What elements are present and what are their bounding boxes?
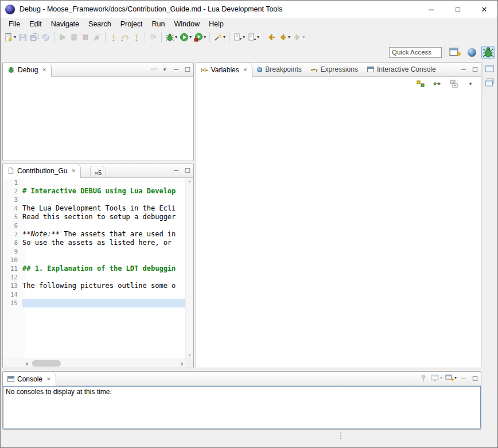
debug-minimize-button[interactable]: ─ xyxy=(170,63,182,76)
editor-line-5[interactable]: 5Read this section to setup a debugger xyxy=(3,213,185,221)
tab-label: Expressions xyxy=(321,65,358,73)
next-annotation-button[interactable]: ▾ xyxy=(232,31,246,44)
editor-line-3[interactable]: 3 xyxy=(3,196,185,204)
tab-variables[interactable]: (x)= Variables ✕ xyxy=(196,63,252,77)
horizontal-scroll-thumb[interactable] xyxy=(32,360,61,367)
forward-button[interactable]: ▾ xyxy=(291,31,306,44)
tab-contribution-guide[interactable]: Contribution_Gu ✕ xyxy=(3,163,81,178)
tab-interactive-console[interactable]: Interactive Console xyxy=(363,63,441,76)
debug-maximize-button[interactable]: ☐ xyxy=(182,63,193,76)
editor-vertical-scrollbar[interactable]: ▲ ▼ xyxy=(185,178,193,359)
menu-run[interactable]: Run xyxy=(147,19,170,29)
close-tab-icon[interactable]: ✕ xyxy=(71,168,76,174)
open-console-icon xyxy=(445,373,454,383)
pin-console-button[interactable] xyxy=(418,372,429,384)
resume-button[interactable] xyxy=(57,31,68,44)
skip-all-breakpoints-button[interactable] xyxy=(40,31,52,44)
debug-view-menu-button[interactable]: ▾ xyxy=(159,63,170,76)
step-over-button[interactable] xyxy=(119,31,131,44)
tab-breakpoints[interactable]: Breakpoints xyxy=(252,63,306,76)
display-selected-console-button[interactable]: ▾ xyxy=(429,372,443,384)
console-maximize-button[interactable]: ☐ xyxy=(469,372,481,385)
dropdown-arrow-icon: ▾ xyxy=(243,35,245,40)
editor-minimize-button[interactable]: ─ xyxy=(170,163,182,177)
menu-search[interactable]: Search xyxy=(84,19,116,29)
editor-line-2[interactable]: 2# Interactive DEBUG using Lua Develop xyxy=(3,187,185,196)
step-return-button[interactable] xyxy=(131,31,142,44)
show-type-names-button[interactable] xyxy=(415,77,426,90)
run-dropdown-button[interactable]: ▾ xyxy=(178,31,193,44)
scroll-left-icon[interactable]: ‹ xyxy=(26,360,28,367)
scroll-right-icon[interactable]: › xyxy=(181,360,183,367)
debug-dropdown-button[interactable]: ▾ xyxy=(164,31,178,44)
ldt-perspective-button[interactable] xyxy=(465,46,478,59)
editor-horizontal-scrollbar[interactable]: ‹ › xyxy=(3,359,185,368)
back-button[interactable]: ▾ xyxy=(277,31,291,44)
variables-maximize-button[interactable]: ☐ xyxy=(469,63,481,76)
remove-all-terminated-button[interactable]: ✕✕ xyxy=(147,63,159,76)
search-wand-button[interactable]: ▾ xyxy=(212,31,227,44)
menu-file[interactable]: File xyxy=(4,19,25,29)
dropdown-arrow-icon: ▾ xyxy=(189,35,192,40)
editor-line-11[interactable]: 11## 1. Explanation of the LDT debuggin xyxy=(3,264,185,273)
editor-line-9[interactable]: 9 xyxy=(3,247,185,256)
toolbar-separator xyxy=(263,32,263,42)
window-minimize-button[interactable]: ─ xyxy=(418,1,445,18)
restore-view-button-2[interactable] xyxy=(485,78,495,87)
editor-line-13[interactable]: 13The following pictures outline some o xyxy=(3,282,185,290)
tab-console[interactable]: Console ✕ xyxy=(3,372,56,386)
close-tab-icon[interactable]: ✕ xyxy=(42,67,46,73)
restore-view-button-1[interactable] xyxy=(485,64,495,73)
scroll-up-icon[interactable]: ▲ xyxy=(188,179,192,183)
close-tab-icon[interactable]: ✕ xyxy=(243,67,248,73)
use-step-filters-button[interactable] xyxy=(147,31,159,44)
open-perspective-button[interactable] xyxy=(448,46,462,59)
editor-maximize-button[interactable]: ☐ xyxy=(182,163,193,177)
step-into-button[interactable] xyxy=(108,31,119,44)
console-minimize-button[interactable]: ─ xyxy=(458,372,469,385)
new-wizard-button[interactable]: ▾ xyxy=(3,31,17,44)
save-all-button[interactable] xyxy=(29,31,40,44)
menu-project[interactable]: Project xyxy=(116,19,147,29)
tab-debug[interactable]: Debug ✕ xyxy=(3,63,52,77)
close-tab-icon[interactable]: ✕ xyxy=(46,376,51,382)
editor-lines[interactable]: 12# Interactive DEBUG using Lua Develop3… xyxy=(3,178,185,359)
variables-view-menu-button[interactable]: ▾ xyxy=(465,81,476,87)
collapse-all-button[interactable] xyxy=(448,77,460,90)
debug-perspective-button[interactable] xyxy=(481,46,495,59)
tab-label: Interactive Console xyxy=(377,65,436,73)
eclipse-app-icon[interactable] xyxy=(5,5,15,14)
editor-line-1[interactable]: 1 xyxy=(3,178,185,187)
tab-overflow-chevron[interactable]: »5 xyxy=(90,166,106,177)
show-logical-structures-button[interactable] xyxy=(431,77,443,90)
variables-minimize-button[interactable]: ─ xyxy=(458,63,469,76)
open-console-button[interactable]: ▾ xyxy=(443,372,458,384)
editor-line-15[interactable]: 15 xyxy=(3,299,185,307)
suspend-button[interactable] xyxy=(68,31,80,44)
tab-expressions[interactable]: x+y Expressions xyxy=(306,63,363,76)
menu-navigate[interactable]: Navigate xyxy=(46,19,84,29)
window-close-button[interactable]: ✕ xyxy=(471,1,497,18)
menu-edit[interactable]: Edit xyxy=(25,19,46,29)
window-maximize-button[interactable]: □ xyxy=(445,1,471,18)
editor-line-10[interactable]: 10 xyxy=(3,256,185,264)
editor-line-6[interactable]: 6 xyxy=(3,221,185,230)
scroll-down-icon[interactable]: ▼ xyxy=(188,353,192,357)
menu-help[interactable]: Help xyxy=(204,19,228,29)
external-tools-button[interactable]: ▾ xyxy=(193,31,207,44)
terminate-button[interactable] xyxy=(80,31,91,44)
quick-access-input[interactable] xyxy=(389,47,442,58)
last-edit-location-button[interactable] xyxy=(266,31,277,44)
menu-window[interactable]: Window xyxy=(170,19,204,29)
editor-header: Contribution_Gu ✕ »5 ─ ☐ xyxy=(3,163,193,178)
editor-line-8[interactable]: 8So use the assets as listed here, or xyxy=(3,239,185,247)
previous-annotation-button[interactable]: ▾ xyxy=(246,31,260,44)
dropdown-arrow-icon: ▾ xyxy=(257,35,259,40)
save-button[interactable] xyxy=(17,31,29,44)
editor-line-4[interactable]: 4The Lua Development Tools in the Ecli xyxy=(3,204,185,213)
disconnect-button[interactable] xyxy=(91,31,103,44)
editor-line-12[interactable]: 12 xyxy=(3,273,185,282)
editor-line-14[interactable]: 14 xyxy=(3,290,185,299)
sash-handle[interactable]: ⋮ xyxy=(337,433,345,438)
editor-line-7[interactable]: 7**Note:** The assets that are used in xyxy=(3,230,185,239)
